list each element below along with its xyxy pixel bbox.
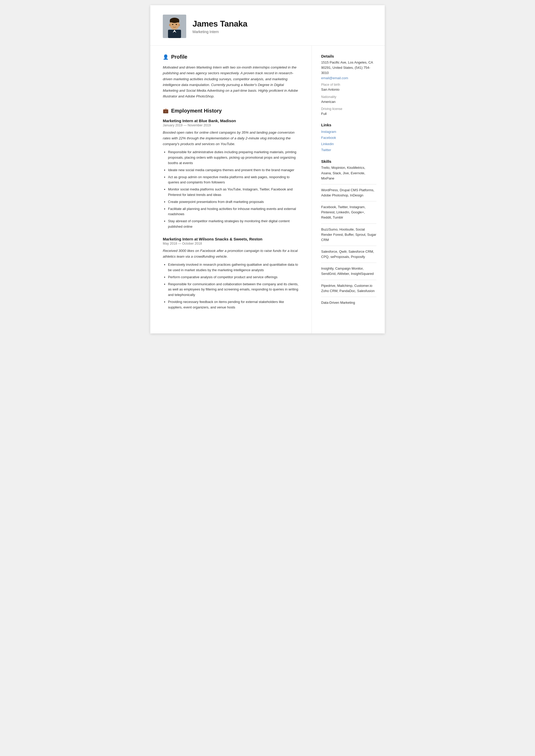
skill-group: Facebook, Twitter, Instagram, Pinterest,… [321, 205, 376, 220]
resume-header: James Tanaka Marketing Intern [150, 5, 385, 45]
candidate-name: James Tanaka [192, 19, 247, 29]
skill-divider [321, 246, 376, 246]
skill-group: Salesforce, Qwilr, Salesforce CRM, CPQ, … [321, 249, 376, 260]
avatar [163, 14, 186, 38]
list-item: Facilitate all planning and hosting acti… [168, 206, 299, 217]
details-section: Details 1515 Pacific Ave, Los Angeles, C… [321, 54, 376, 117]
job-2: Marketing Intern at Wilsons Snacks & Swe… [163, 237, 299, 310]
header-info: James Tanaka Marketing Intern [192, 19, 247, 34]
list-item: Extensively involved in research practic… [168, 262, 299, 273]
right-column: Details 1515 Pacific Ave, Los Angeles, C… [312, 45, 385, 333]
job-1-period: January 2019 — November 2019 [163, 124, 299, 127]
links-section: Links InstagramFacebookLinkedinTwitter [321, 123, 376, 153]
main-content: 👤 Profile Motivated and driven Marketing… [150, 45, 385, 333]
skill-group: Insightly, Campaign Monitor, SendGrid, A… [321, 266, 376, 276]
employment-section: 💼 Employment History Marketing Intern at… [163, 108, 299, 310]
svg-point-6 [169, 24, 171, 26]
skills-section-title: Skills [321, 159, 376, 164]
place-of-birth-value: San Antonio [321, 87, 376, 92]
job-2-period: May 2018 — October 2018 [163, 242, 299, 245]
links-section-title: Links [321, 123, 376, 127]
candidate-title: Marketing Intern [192, 30, 247, 34]
profile-section: 👤 Profile Motivated and driven Marketing… [163, 54, 299, 99]
link-item[interactable]: Instagram [321, 129, 376, 135]
job-1-bullets: Responsible for administrative duties in… [163, 150, 299, 229]
skill-divider [321, 184, 376, 184]
skill-divider [321, 297, 376, 297]
nationality-label: Nationality [321, 95, 376, 99]
left-column: 👤 Profile Motivated and driven Marketing… [150, 45, 312, 333]
svg-point-9 [176, 24, 177, 25]
link-item[interactable]: Facebook [321, 135, 376, 141]
list-item: Create powerpoint presentations from dra… [168, 199, 299, 205]
job-1: Marketing Intern at Blue Bank, Madison J… [163, 119, 299, 230]
svg-rect-5 [170, 20, 179, 22]
list-item: Ideate new social media campaigns themes… [168, 168, 299, 173]
skill-group: WordPress, Drupal CMS Platforms, Adobe P… [321, 187, 376, 198]
details-email[interactable]: email@email.com [321, 76, 348, 80]
job-2-desc: Received 3000 likes on Facebook after a … [163, 248, 299, 260]
job-1-desc: Boosted open rates for online client cam… [163, 130, 299, 147]
list-item: Stay abreast of competitor marketing str… [168, 219, 299, 230]
skill-group: Trello, Mopinion, KissMetrics, Asana, Sl… [321, 165, 376, 181]
job-1-title: Marketing Intern at Blue Bank, Madison [163, 119, 299, 123]
link-item[interactable]: Linkedin [321, 141, 376, 147]
skill-divider [321, 263, 376, 263]
resume-container: James Tanaka Marketing Intern 👤 Profile … [150, 5, 385, 333]
job-2-title: Marketing Intern at Wilsons Snacks & Swe… [163, 237, 299, 241]
svg-point-8 [172, 24, 174, 25]
details-section-title: Details [321, 54, 376, 58]
list-item: Providing necessary feedback on items pe… [168, 299, 299, 310]
list-item: Responsible for communication and collab… [168, 282, 299, 298]
profile-section-title: 👤 Profile [163, 54, 299, 62]
skills-section: Skills Trello, Mopinion, KissMetrics, As… [321, 159, 376, 305]
list-item: Responsible for administrative duties in… [168, 150, 299, 166]
employment-icon: 💼 [163, 108, 169, 114]
profile-icon: 👤 [163, 54, 169, 60]
place-of-birth-label: Place of birth [321, 83, 376, 87]
driving-license-value: Full [321, 111, 376, 117]
list-item: Act as group admin on respective media p… [168, 175, 299, 185]
skill-divider [321, 280, 376, 280]
links-list: InstagramFacebookLinkedinTwitter [321, 129, 376, 153]
employment-section-title: 💼 Employment History [163, 108, 299, 115]
svg-point-7 [179, 24, 180, 26]
driving-license-label: Driving license [321, 107, 376, 111]
skill-group: Data-Driven Marketing [321, 300, 376, 305]
list-item: Monitor social media platforms such as Y… [168, 187, 299, 198]
skill-group: Pipedrive, Mailchimp, Customer.io Zoho C… [321, 283, 376, 294]
job-2-bullets: Extensively involved in research practic… [163, 262, 299, 310]
link-item[interactable]: Twitter [321, 147, 376, 153]
nationality-value: American [321, 99, 376, 104]
list-item: Perform comparative analysis of competit… [168, 275, 299, 280]
details-address: 1515 Pacific Ave, Los Angeles, CA 90291,… [321, 60, 376, 75]
skill-group: BuzzSumo, Hootsuite, Social Render Fores… [321, 227, 376, 242]
profile-text: Motivated and driven Marketing Intern wi… [163, 65, 299, 99]
skills-list: Trello, Mopinion, KissMetrics, Asana, Sl… [321, 165, 376, 305]
